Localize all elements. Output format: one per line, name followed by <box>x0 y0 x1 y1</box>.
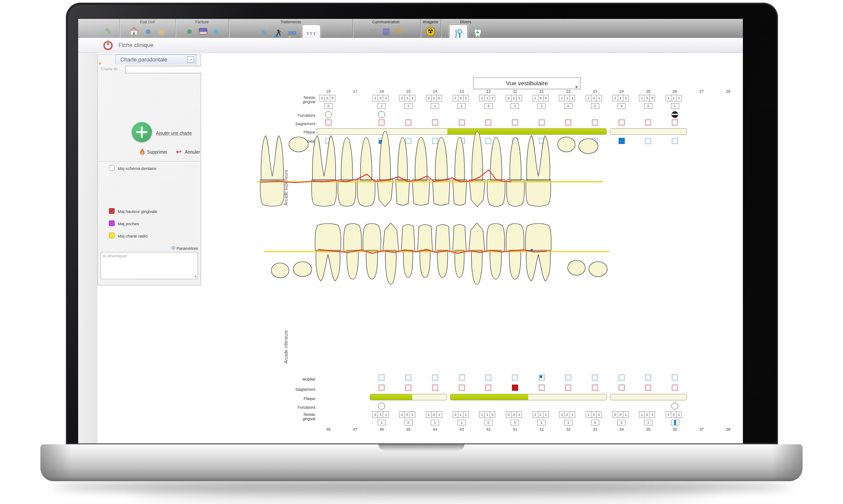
radiology-icon[interactable]: ☢ <box>426 27 435 36</box>
expand-icon[interactable]: ↗ <box>187 56 194 63</box>
saignement-36[interactable] <box>672 385 678 391</box>
niveau-gingival-box-35[interactable]: 1 <box>644 420 652 425</box>
saignement-25[interactable] <box>645 119 651 126</box>
parametres-link[interactable]: ⚙Paramètres <box>150 245 198 251</box>
niveau-gingival-box-44[interactable]: 1 <box>431 420 439 425</box>
add-chart-button[interactable] <box>132 122 152 142</box>
back-icon[interactable]: ← <box>89 26 99 36</box>
saignement-31[interactable] <box>539 385 545 391</box>
niveau-cell[interactable]: 1 <box>596 411 602 418</box>
mobilite-45[interactable] <box>405 374 411 381</box>
saignement-45[interactable] <box>405 385 411 391</box>
payment-card-icon[interactable] <box>199 28 207 34</box>
niveau-cell[interactable]: 0 <box>649 95 655 101</box>
saignement-42[interactable] <box>485 385 491 391</box>
niveau-gingival-box-25[interactable]: 0 <box>644 103 652 109</box>
niveau-gingival-box-15[interactable]: 1 <box>404 103 413 109</box>
niveau-gingival-box-18[interactable]: 0 <box>324 103 333 109</box>
cd-icon[interactable]: ◉ <box>158 27 165 36</box>
niveau-cell[interactable]: 0 <box>330 95 335 101</box>
niveau-gingival-box-12[interactable]: 4 <box>484 103 493 109</box>
plaque-bar-0[interactable] <box>370 394 447 400</box>
furcation-36[interactable] <box>671 403 678 410</box>
niveau-gingival-box-24[interactable]: 4 <box>617 103 626 109</box>
maj-hauteur-checkbox[interactable]: ✓ <box>109 208 115 214</box>
niveau-cell[interactable]: 1 <box>623 411 629 418</box>
niveau-gingival-box-13[interactable]: 1 <box>458 103 466 109</box>
plaque-bar-1[interactable] <box>610 128 687 135</box>
mobilite-33[interactable] <box>592 374 598 381</box>
tooth-icon[interactable] <box>473 29 482 38</box>
cancel-button[interactable]: Annuler <box>185 150 200 155</box>
niveau-gingival-box-45[interactable]: 0 <box>404 420 413 425</box>
saignement-26[interactable] <box>672 119 678 126</box>
drill-icon[interactable]: ⚒ <box>396 28 402 35</box>
niveau-cell[interactable]: 2 <box>490 95 495 101</box>
power-button-icon[interactable] <box>103 40 113 50</box>
saignement-35[interactable] <box>645 385 651 391</box>
niveau-cell[interactable]: 1 <box>463 411 469 418</box>
mobilite-25[interactable] <box>645 138 651 144</box>
niveau-cell[interactable]: 0 <box>543 95 549 101</box>
niveau-cell[interactable]: 1 <box>516 95 522 101</box>
niveau-gingival-box-34[interactable]: 0 <box>617 420 626 425</box>
note-textarea[interactable]: (à développer ▾ <box>101 252 198 279</box>
mail-icon[interactable]: ✉ <box>370 27 377 36</box>
furcation-26[interactable] <box>671 111 678 118</box>
niveau-cell[interactable]: 1 <box>649 411 655 418</box>
mobilite-46[interactable] <box>378 374 385 381</box>
niveau-gingival-box-41[interactable]: 0 <box>511 420 519 425</box>
maj-radio-checkbox[interactable] <box>109 233 115 238</box>
niveau-cell[interactable]: 1 <box>596 95 602 101</box>
saignement-34[interactable] <box>619 385 625 391</box>
furcation-18[interactable] <box>325 111 332 118</box>
mobilite-36[interactable] <box>672 374 678 381</box>
niveau-cell[interactable]: 1 <box>569 411 575 418</box>
niveau-cell[interactable]: 1 <box>410 411 415 418</box>
niveau-cell[interactable]: 1 <box>383 95 389 101</box>
furcation-46[interactable] <box>378 403 385 410</box>
mobilite-42[interactable] <box>485 374 491 381</box>
patients-icon[interactable]: ☻ <box>185 28 193 35</box>
add-chart-label[interactable]: Ajouter une charte <box>156 131 192 136</box>
niveau-gingival-box-33[interactable]: 0 <box>591 420 599 425</box>
niveau-gingival-box-21[interactable]: 2 <box>537 103 546 109</box>
niveau-cell[interactable]: 1 <box>543 411 549 418</box>
mobilite-26[interactable] <box>672 138 678 144</box>
niveau-cell[interactable]: 0 <box>490 411 495 418</box>
logo-1001-icon[interactable]: 1001 <box>288 31 296 36</box>
saignement-41[interactable] <box>512 385 518 391</box>
niveau-gingival-box-11[interactable]: 1 <box>511 103 519 109</box>
view-selector[interactable]: Vue vestibulaire ▾ <box>473 77 580 89</box>
mobilite-31[interactable] <box>539 374 545 381</box>
implant-icon[interactable] <box>273 29 282 38</box>
furcation-16[interactable] <box>378 111 385 118</box>
mobilite-43[interactable] <box>459 374 465 381</box>
niveau-gingival-box-23[interactable]: 2 <box>591 103 599 109</box>
niveau-cell[interactable]: 2 <box>623 95 629 101</box>
pen-icon[interactable]: ✎ <box>261 29 267 37</box>
niveau-cell[interactable]: 1 <box>383 411 389 418</box>
maj-poches-checkbox[interactable] <box>109 220 115 226</box>
niveau-gingival-box-14[interactable]: 1 <box>431 103 439 109</box>
niveau-cell[interactable]: 1 <box>410 95 415 101</box>
niveau-cell[interactable]: 1 <box>463 95 469 101</box>
mobilite-44[interactable] <box>432 374 438 381</box>
patient-record-icon[interactable]: ☻ <box>144 28 152 35</box>
maj-schema-checkbox[interactable] <box>109 165 115 171</box>
plaque-bar-1[interactable] <box>450 394 607 400</box>
niveau-gingival-box-46[interactable]: 1 <box>378 420 386 425</box>
mobilite-34[interactable] <box>619 374 625 381</box>
niveau-cell[interactable]: 1 <box>676 411 682 418</box>
mobilite-35[interactable] <box>645 374 651 381</box>
niveau-gingival-box-16[interactable]: 1 <box>378 103 386 109</box>
niveau-cell[interactable]: 1 <box>676 95 682 101</box>
niveau-gingival-box-32[interactable]: 1 <box>564 420 573 425</box>
mobilite-41[interactable] <box>512 374 518 381</box>
saignement-46[interactable] <box>378 385 385 391</box>
panel-tab-charte-parodontale[interactable]: Charte parodontale ↗ <box>115 54 196 65</box>
niveau-cell[interactable]: 1 <box>436 411 442 418</box>
mobilite-32[interactable] <box>565 374 571 381</box>
saignement-24[interactable] <box>619 119 625 126</box>
niveau-gingival-box-22[interactable]: 0 <box>564 103 573 109</box>
